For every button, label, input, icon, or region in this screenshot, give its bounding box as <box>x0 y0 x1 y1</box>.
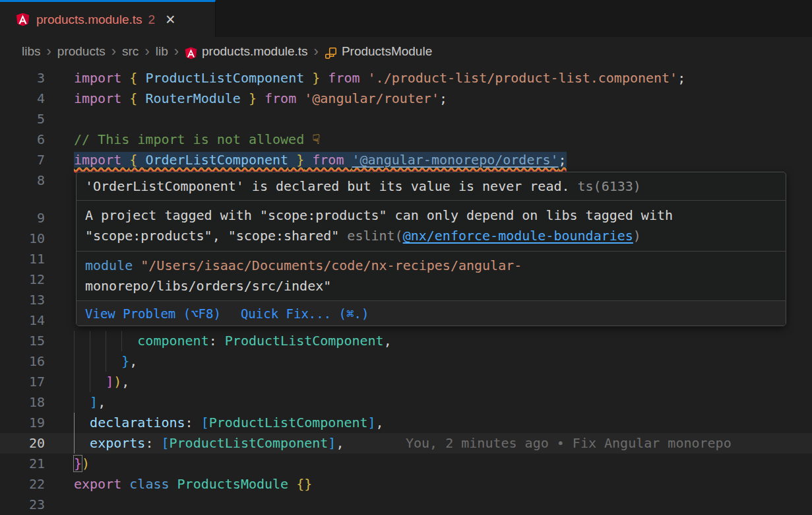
line-number-19[interactable]: 19 <box>0 413 45 433</box>
indent-guide <box>90 331 90 392</box>
code-token: , <box>376 415 384 430</box>
indent-guide <box>106 331 106 372</box>
chevron-right-icon: › <box>174 43 179 60</box>
code-line-7[interactable]: 7import { OrderListComponent } from '@an… <box>0 150 812 170</box>
code-token: } <box>288 152 304 168</box>
breadcrumb-item-libs[interactable]: libs <box>22 44 41 59</box>
line-number-13[interactable]: 13 <box>0 290 45 310</box>
diagnostic-message-part: "scope:products", "scope:shared" <box>85 228 347 244</box>
code-token: } <box>304 70 320 86</box>
code-token: ; <box>677 70 685 86</box>
diagnostic-source: ts(6133) <box>578 176 641 197</box>
code-text: import { ProductListComponent } from './… <box>74 68 685 88</box>
code-line-3[interactable]: 3import { ProductListComponent } from '.… <box>0 68 812 88</box>
code-token: } <box>121 353 129 369</box>
code-token: declarations <box>90 415 185 430</box>
code-line-6[interactable]: 6// This import is not allowed ☟ <box>0 129 812 150</box>
code-token <box>74 394 90 410</box>
line-number-15[interactable]: 15 <box>0 331 45 351</box>
code-token: from <box>304 152 352 168</box>
breadcrumb-item-products[interactable]: products <box>57 44 106 59</box>
line-number-23[interactable]: 23 <box>0 495 45 515</box>
code-token: ProductsModule <box>177 476 297 492</box>
code-token: ; <box>439 90 447 106</box>
code-line-4[interactable]: 4import { RouterModule } from '@angular/… <box>0 88 812 109</box>
line-number-5[interactable]: 5 <box>0 109 45 129</box>
line-number-17[interactable]: 17 <box>0 372 45 392</box>
chevron-right-icon: › <box>314 43 319 60</box>
code-text: import { RouterModule } from '@angular/r… <box>74 88 447 109</box>
view-problem-action[interactable]: View Problem (⌥F8) <box>85 306 221 321</box>
import-path-link[interactable]: '@angular-monorepo/orders' <box>352 152 558 168</box>
line-number-7[interactable]: 7 <box>0 150 45 170</box>
code-token: OrderListComponent <box>145 152 288 168</box>
code-token: , <box>336 435 344 451</box>
code-line-18[interactable]: 18 ], <box>0 392 812 413</box>
code-token: './product-list/product-list.component' <box>368 70 678 86</box>
hover-module-info: module "/Users/isaac/Documents/code/nx-r… <box>77 252 786 301</box>
code-token: , <box>129 353 137 369</box>
breadcrumb-item-symbol[interactable]: ProductsModule <box>342 44 432 59</box>
code-token: ] <box>106 374 113 390</box>
code-token: , <box>98 394 106 410</box>
breadcrumb-item-file[interactable]: products.module.ts <box>202 44 308 59</box>
code-token: ProductListComponent <box>145 70 304 86</box>
code-token <box>74 353 121 369</box>
code-line-22[interactable]: 22export class ProductsModule {} <box>0 474 812 495</box>
code-line-20[interactable]: 20You, 2 minutes ago • Fix Angular monor… <box>0 433 812 454</box>
breadcrumb-item-src[interactable]: src <box>122 44 139 59</box>
line-number-18[interactable]: 18 <box>0 392 45 413</box>
hover-actions: View Problem (⌥F8) Quick Fix... (⌘.) <box>77 301 786 326</box>
line-number-22[interactable]: 22 <box>0 474 45 495</box>
nx-rule-link[interactable]: @nx/enforce-module-boundaries <box>403 228 633 244</box>
code-text: ], <box>74 392 106 413</box>
breadcrumb-item-lib[interactable]: lib <box>156 44 168 59</box>
code-token: import <box>74 152 129 168</box>
code-token: export <box>74 476 129 492</box>
code-line-23[interactable]: 23 <box>0 495 812 515</box>
code-line-5[interactable]: 5 <box>0 109 812 129</box>
code-token: [ <box>161 435 169 451</box>
code-token: import <box>74 90 129 106</box>
code-line-17[interactable]: 17 ]), <box>0 372 812 392</box>
line-number-10[interactable]: 10 <box>0 228 45 249</box>
tab-products-module[interactable]: products.module.ts 2 × <box>0 0 216 37</box>
module-path: monorepo/libs/orders/src/index" <box>85 276 777 296</box>
code-token: // This import is not allowed <box>74 131 312 147</box>
code-token: ) <box>82 456 90 471</box>
line-number-12[interactable]: 12 <box>0 269 45 290</box>
line-number-4[interactable]: 4 <box>0 88 45 109</box>
code-token: exports <box>90 435 145 451</box>
code-token: RouterModule <box>145 90 241 106</box>
code-text: ]), <box>74 372 129 392</box>
code-editor[interactable]: 'OrderListComponent' is declared but its… <box>0 66 812 515</box>
code-line-19[interactable]: 19 declarations: [ProductListComponent], <box>0 413 812 433</box>
code-token: ] <box>368 415 376 430</box>
line-number-6[interactable]: 6 <box>0 129 45 150</box>
code-token: { <box>129 90 145 106</box>
line-number-21[interactable]: 21 <box>0 454 45 474</box>
code-text: }) <box>74 454 90 474</box>
tab-problems-badge: 2 <box>148 13 156 27</box>
line-number-8[interactable]: 8 <box>0 170 45 191</box>
code-token: '@angular/router' <box>304 90 439 106</box>
line-number-3[interactable]: 3 <box>0 68 45 88</box>
code-line-16[interactable]: 16 }, <box>0 351 812 372</box>
tab-bar: products.module.ts 2 × <box>0 0 812 37</box>
diagnostic-message: "scope:products", "scope:shared" eslint(… <box>85 226 777 246</box>
close-icon[interactable]: × <box>166 13 175 26</box>
line-number-14[interactable]: 14 <box>0 310 45 331</box>
diagnostic-message: 'OrderListComponent' is declared but its… <box>85 176 570 197</box>
code-text: import { OrderListComponent } from '@ang… <box>74 150 567 170</box>
line-number-20[interactable]: 20 <box>0 433 45 454</box>
code-token: : <box>185 415 201 430</box>
code-token: class <box>129 476 177 492</box>
code-token: ProductListComponent <box>209 415 368 430</box>
code-token: , <box>384 333 392 349</box>
line-number-16[interactable]: 16 <box>0 351 45 372</box>
code-line-21[interactable]: 21}) <box>0 454 812 474</box>
code-token: ] <box>90 394 98 410</box>
quick-fix-action[interactable]: Quick Fix... (⌘.) <box>241 306 369 321</box>
line-number-9[interactable]: 9 <box>0 208 45 228</box>
line-number-11[interactable]: 11 <box>0 249 45 269</box>
